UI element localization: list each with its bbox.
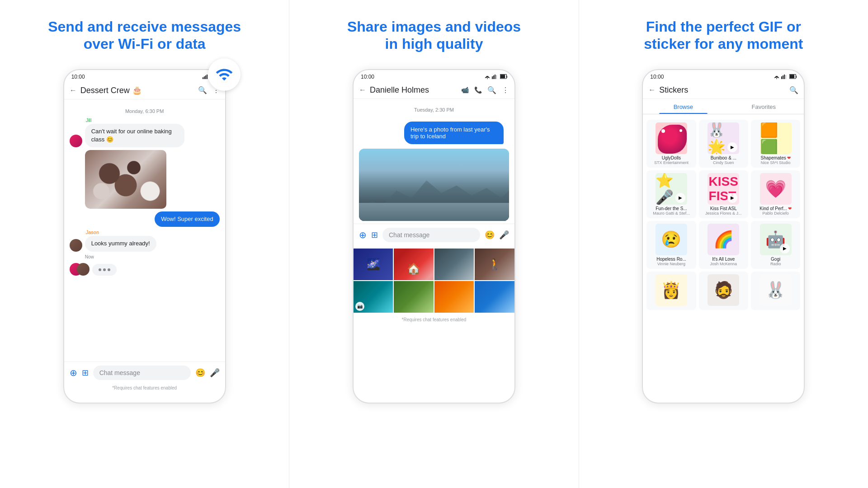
gallery-item-8[interactable] — [475, 281, 514, 313]
food-image-bubble — [85, 150, 220, 209]
gallery-icon-2[interactable]: ⊞ — [371, 230, 378, 240]
message-row-sent: Wow! Super excited — [70, 211, 220, 227]
add-icon-1[interactable]: ⊕ — [70, 367, 77, 378]
sticker-pack11[interactable]: 🧔 — [699, 272, 748, 310]
sticker-buniboo[interactable]: 🐰🌟 ▶ Buniboo & ... Cindy Suen — [699, 120, 748, 168]
sticker-img-shapemates: 🟧🟩 — [760, 122, 792, 154]
sticker-name-buniboo: Buniboo & ... — [702, 155, 745, 160]
gallery-item-3[interactable] — [434, 249, 474, 280]
food-image — [85, 150, 166, 209]
sticker-author-kissfist: Jessica Flores & J... — [702, 211, 745, 216]
sticker-alllove[interactable]: 🌈 It's All Love Josh McKenna — [699, 221, 748, 269]
video-icon-2[interactable]: 📹 — [461, 86, 469, 94]
sticker-img-buniboo: 🐰🌟 ▶ — [708, 122, 739, 154]
gallery-item-2[interactable]: 🏠 — [394, 249, 434, 280]
sticker-author-alllove: Josh McKenna — [702, 262, 745, 266]
svg-rect-1 — [204, 76, 205, 79]
sticker-name-alllove: It's All Love — [702, 257, 745, 262]
bubble-jason: Looks yummy already! — [85, 236, 156, 251]
gallery-item-6[interactable] — [394, 281, 434, 313]
sticker-img-funder: ⭐🎤 ▶ — [656, 173, 687, 205]
gallery-item-4[interactable]: 🚶 — [475, 249, 514, 280]
bubble-jill: Can't wait for our online baking class 😊 — [85, 124, 184, 147]
sticker-kindofperf[interactable]: 💗 Kind of Perf...❤ Pablo Delciefo — [751, 170, 800, 218]
play-icon-gogi: ▶ — [780, 244, 790, 253]
sticker-name-kissfist: Kiss Fist ASL — [702, 206, 745, 211]
requires-note-2: *Requires chat features enabled — [354, 315, 514, 324]
svg-rect-2 — [205, 75, 206, 79]
back-icon-3[interactable]: ← — [648, 86, 656, 94]
tabs-bar: Browse Favorites — [643, 99, 804, 114]
sticker-name-hopeless: Hopeless Ro... — [649, 257, 693, 262]
sender-jill: Jill — [86, 117, 220, 123]
timestamp-1: Now — [85, 254, 220, 259]
chat-input-2[interactable]: Chat message — [382, 228, 480, 242]
back-icon-1[interactable]: ← — [70, 86, 77, 94]
dot-1 — [99, 268, 101, 271]
chat-content-1: Monday, 6:30 PM Jill Can't wait for our … — [64, 99, 225, 361]
app-bar-1: ← Dessert Crew 🎂 🔍 ⋮ — [64, 82, 225, 99]
svg-rect-16 — [781, 76, 782, 79]
emoji-icon-2[interactable]: 😊 — [485, 230, 495, 240]
gallery-item-5[interactable]: 📷 — [354, 281, 393, 313]
sticker-shapemates[interactable]: 🟧🟩 Shapemates❤ Nice Sh*t Studio — [751, 120, 800, 168]
phone-icon-2[interactable]: 📞 — [474, 86, 482, 94]
tab-browse[interactable]: Browse — [643, 99, 723, 114]
gallery-item-1[interactable]: 🌌 — [354, 249, 393, 280]
gallery-item-7[interactable] — [434, 281, 474, 313]
sticker-img-gogi: 🤖 ▶ — [760, 224, 792, 255]
svg-rect-14 — [506, 75, 507, 78]
panel-stickers: Find the perfect GIF orsticker for any m… — [579, 0, 868, 488]
sticker-hopeless[interactable]: 😢 Hopeless Ro... Vinnie Neuberg — [646, 221, 696, 269]
svg-rect-10 — [495, 75, 495, 79]
svg-rect-9 — [493, 75, 494, 79]
water-reflection — [359, 203, 509, 221]
add-icon-2[interactable]: ⊕ — [359, 230, 367, 240]
svg-rect-21 — [790, 75, 794, 78]
sticker-funder[interactable]: ⭐🎤 ▶ Fun-der the S... Mauro Gatti & Stef… — [646, 170, 696, 218]
search-icon-1[interactable]: 🔍 — [198, 86, 207, 94]
sticker-name-gogi: Gogi — [754, 257, 797, 262]
sticker-grid: 🎀 UglyDolls STX Entertainment — [643, 118, 804, 312]
typing-indicator — [99, 268, 110, 271]
time-2: 10:00 — [361, 74, 374, 80]
phone-1-wrapper: 10:00 ← Dessert Crew 🎂 🔍 ⋮ — [63, 69, 226, 404]
more-icon-2[interactable]: ⋮ — [502, 86, 509, 94]
sticker-uglydolls[interactable]: 🎀 UglyDolls STX Entertainment — [646, 120, 696, 168]
svg-rect-8 — [492, 76, 493, 79]
svg-point-15 — [776, 78, 777, 79]
avatar-typing-2 — [77, 263, 90, 276]
app-bar-2: ← Danielle Holmes 📹 📞 🔍 ⋮ — [354, 82, 514, 99]
mic-icon-2[interactable]: 🎤 — [499, 230, 509, 240]
sticker-img-hopeless: 😢 — [656, 224, 687, 255]
mic-icon-1[interactable]: 🎤 — [210, 368, 220, 378]
tab-favorites[interactable]: Favorites — [723, 99, 804, 114]
app-bar-icons-2: 📹 📞 🔍 ⋮ — [461, 86, 509, 94]
sent-message-bubble: Here's a photo from last year's trip to … — [404, 122, 504, 144]
emoji-icon-1[interactable]: 😊 — [195, 368, 205, 378]
message-row-1: Can't wait for our online baking class 😊 — [70, 124, 220, 147]
app-bar-3: ← Stickers 🔍 — [643, 82, 804, 99]
typing-row — [70, 263, 220, 276]
sticker-pack10[interactable]: 👸 — [646, 272, 696, 310]
chat-name-2: Danielle Holmes — [370, 85, 461, 95]
search-icon-3[interactable]: 🔍 — [789, 86, 798, 94]
phone-1: 10:00 ← Dessert Crew 🎂 🔍 ⋮ — [63, 69, 226, 404]
gallery-icon-1[interactable]: ⊞ — [82, 368, 89, 378]
search-icon-2[interactable]: 🔍 — [487, 86, 496, 94]
play-icon-funder: ▶ — [675, 193, 685, 203]
sticker-author-hopeless: Vinnie Neuberg — [649, 262, 693, 266]
requires-note-1: *Requires chat features enabled — [64, 384, 225, 392]
sticker-img-alllove: 🌈 — [708, 224, 739, 255]
panel-2-title: Share images and videosin high quality — [347, 18, 521, 53]
time-1: 10:00 — [71, 74, 85, 80]
sticker-pack12[interactable]: 🐰 — [751, 272, 800, 310]
sticker-kissfist[interactable]: KISSFIST ▶ Kiss Fist ASL Jessica Flores … — [699, 170, 748, 218]
phone-3: 10:00 ← Stickers 🔍 Browse Favorites — [642, 69, 805, 404]
chat-input-1[interactable]: Chat message — [93, 366, 191, 380]
back-icon-2[interactable]: ← — [359, 86, 366, 94]
sticker-gogi[interactable]: 🤖 ▶ Gogi Radio — [751, 221, 800, 269]
svg-rect-0 — [203, 77, 203, 79]
time-3: 10:00 — [650, 74, 664, 80]
sticker-name-funder: Fun-der the S... — [649, 206, 693, 211]
